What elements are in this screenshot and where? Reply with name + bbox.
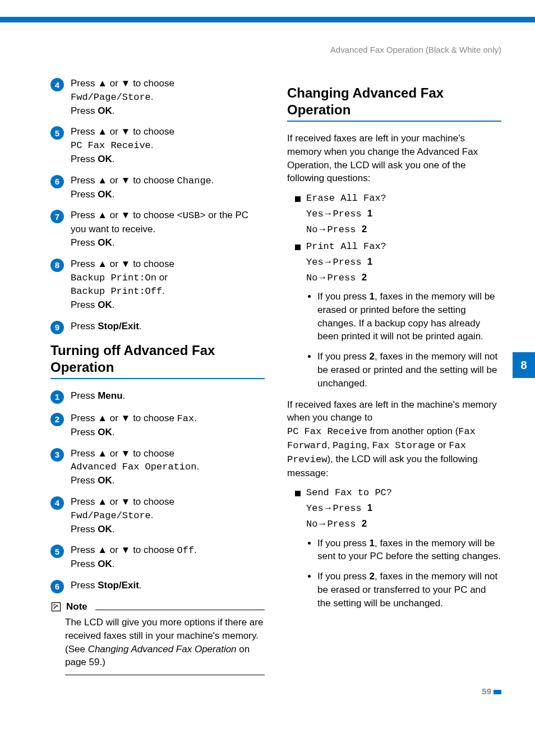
page-content: 8 Advanced Fax Operation (Black & White … xyxy=(0,22,535,713)
t: . xyxy=(139,580,142,591)
t: to choose xyxy=(130,259,174,269)
lcd-option: Yes→Press 1 xyxy=(306,500,501,516)
t: Press xyxy=(71,237,98,248)
up-arrow-icon xyxy=(98,448,107,459)
lcd-text: Press xyxy=(327,519,361,529)
square-bullet-icon xyxy=(295,245,301,250)
lcd-text: Press xyxy=(333,209,367,219)
top-accent-bar xyxy=(0,17,535,22)
key-2: 2 xyxy=(370,571,375,582)
menu-key: Menu xyxy=(98,390,122,401)
lcd-text: Off xyxy=(177,545,195,556)
up-arrow-icon xyxy=(98,78,107,89)
chapter-side-tab: 8 xyxy=(513,352,535,378)
lcd-option: No→Press 2 xyxy=(306,270,501,285)
t: Press xyxy=(71,524,98,534)
lcd-text: PC Fax Receive xyxy=(287,426,367,437)
ok-key: OK xyxy=(98,189,112,200)
t: . xyxy=(211,175,214,186)
t: or xyxy=(107,413,121,423)
key-2: 2 xyxy=(362,224,367,234)
t: or xyxy=(107,210,121,220)
square-bullet-icon xyxy=(295,491,301,496)
t: to choose xyxy=(130,126,174,137)
t: If you press xyxy=(317,538,370,548)
heading-turn-off: Turning off Advanced Fax Operation xyxy=(50,342,265,376)
lcd-text: Fwd/Page/Store xyxy=(71,92,151,103)
t: If you press xyxy=(317,571,370,582)
step-9: 9 Press Stop/Exit. xyxy=(50,320,265,334)
t: Press xyxy=(71,580,98,591)
right-arrow-icon: → xyxy=(317,272,327,283)
t: . xyxy=(194,413,197,423)
paragraph: If received faxes are left in the machin… xyxy=(287,398,501,480)
lcd-text: Fwd/Page/Store xyxy=(71,510,151,521)
t: . xyxy=(151,91,154,102)
lcd-text: Press xyxy=(333,257,367,268)
step-number-badge: 2 xyxy=(50,413,64,426)
list-item: If you press 1, faxes in the memory will… xyxy=(317,290,501,343)
t: or xyxy=(107,259,121,269)
step-body: Press or to choose Fax. Press OK. xyxy=(71,412,265,439)
lcd-text: <USB> xyxy=(177,210,206,221)
step-body: Press Stop/Exit. xyxy=(71,320,265,333)
lcd-option: Yes→Press 1 xyxy=(306,254,501,270)
t: or xyxy=(107,448,121,459)
lcd-text: No xyxy=(306,519,317,529)
ok-key: OK xyxy=(98,475,112,486)
step-b4: 4 Press or to choose Fwd/Page/Store. Pre… xyxy=(50,495,265,536)
down-arrow-icon xyxy=(121,78,131,89)
step-number-badge: 4 xyxy=(50,496,64,510)
key-1: 1 xyxy=(370,291,375,302)
lcd-text: Change xyxy=(177,176,211,186)
lcd-prompt: Send Fax to PC? xyxy=(295,487,501,498)
t: If received faxes are left in the machin… xyxy=(287,399,497,423)
t: to choose xyxy=(130,210,177,220)
up-arrow-icon xyxy=(98,545,107,555)
heading-underline xyxy=(50,378,265,379)
t: Press xyxy=(71,448,98,459)
step-7: 7 Press or to choose <USB> or the PC you… xyxy=(50,209,265,249)
note-icon xyxy=(50,601,62,612)
lcd-text: Send Fax to PC? xyxy=(306,487,392,498)
t: or xyxy=(107,496,121,507)
t: Press xyxy=(71,545,98,555)
up-arrow-icon xyxy=(98,496,107,507)
ok-key: OK xyxy=(98,559,112,569)
step-number-badge: 6 xyxy=(50,175,64,188)
down-arrow-icon xyxy=(121,126,131,137)
up-arrow-icon xyxy=(98,126,107,137)
lcd-text: Print All Fax? xyxy=(306,241,386,252)
step-number-badge: 6 xyxy=(50,580,64,593)
t: , xyxy=(327,440,332,450)
t: Press xyxy=(71,126,98,137)
key-1: 1 xyxy=(370,538,375,548)
lcd-text: Paging xyxy=(333,440,367,451)
t: . xyxy=(112,427,115,437)
lcd-text: Backup Print:On xyxy=(71,273,156,283)
t: or xyxy=(156,272,168,283)
step-number-badge: 7 xyxy=(50,210,64,223)
step-body: Press Menu. xyxy=(71,389,265,403)
step-b5: 5 Press or to choose Off. Press OK. xyxy=(50,543,265,571)
t: . xyxy=(112,524,115,534)
lcd-text: Press xyxy=(327,273,361,283)
step-body: Press or to choose Fwd/Page/Store. Press… xyxy=(71,77,265,117)
lcd-text: Yes xyxy=(306,503,324,514)
lcd-text: Press xyxy=(333,503,367,514)
t: . xyxy=(112,154,115,164)
step-5: 5 Press or to choose PC Fax Receive. Pre… xyxy=(50,125,265,165)
t: . xyxy=(151,140,154,150)
t: , xyxy=(367,440,372,450)
step-body: Press or to choose Fwd/Page/Store. Press… xyxy=(71,495,265,536)
lcd-text: PC Fax Receive xyxy=(71,140,151,151)
t: Press xyxy=(71,259,98,269)
t: . xyxy=(196,461,199,472)
t: or xyxy=(435,440,449,450)
t: to choose xyxy=(130,545,177,555)
t: to choose xyxy=(130,448,174,459)
step-body: Press or to choose Off. Press OK. xyxy=(71,543,265,571)
list-item: If you press 2, faxes in the memory will… xyxy=(317,350,501,390)
key-2: 2 xyxy=(370,351,375,362)
down-arrow-icon xyxy=(121,448,131,459)
